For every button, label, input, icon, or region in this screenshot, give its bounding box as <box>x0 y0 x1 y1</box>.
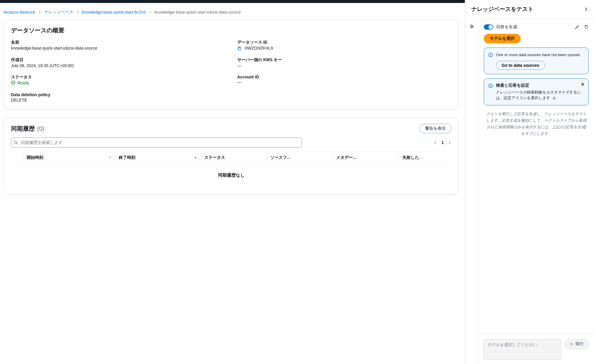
svg-point-4 <box>472 26 473 27</box>
copy-all-icon[interactable] <box>584 25 589 29</box>
show-warnings-button[interactable]: 警告を表示 <box>419 124 451 133</box>
copy-icon[interactable] <box>237 46 242 51</box>
sync-history-title: 同期履歴 (0) <box>11 125 44 133</box>
label-created: 作成日 <box>11 57 225 63</box>
label-datasource-id: データソース ID <box>237 40 452 45</box>
chevron-right-icon <box>149 11 152 14</box>
sync-title-text: 同期履歴 <box>11 125 35 133</box>
check-circle-icon <box>11 80 15 85</box>
col-meta[interactable]: メタデー... <box>333 155 398 160</box>
play-icon <box>570 342 574 346</box>
query-input[interactable]: モデルを選択してください <box>483 339 561 360</box>
label-kms: サーバー側の KMS キー <box>237 57 452 63</box>
brush-icon[interactable] <box>575 25 579 29</box>
svg-point-11 <box>490 85 491 85</box>
collapse-panel-button[interactable] <box>584 7 588 11</box>
generate-response-label: 回答を生成 <box>496 24 517 30</box>
sync-history-card: 同期履歴 (0) 警告を表示 1 <box>4 117 459 194</box>
sync-search-box[interactable] <box>11 137 302 148</box>
breadcrumb-knowledge-bases[interactable]: ナレッジベース <box>44 10 73 15</box>
breadcrumb-current: knowledge-base-quick-start-iobzw-data-so… <box>155 10 241 15</box>
page-prev-button[interactable] <box>434 141 437 144</box>
run-button[interactable]: 実行 <box>564 339 589 349</box>
col-status[interactable]: ステータス <box>201 155 266 160</box>
label-status: ステータス <box>11 75 225 80</box>
go-to-datasources-button[interactable]: Go to data sources <box>496 61 545 70</box>
breadcrumb-bedrock[interactable]: Amazon Bedrock <box>4 10 35 15</box>
value-account-id: — <box>237 80 452 85</box>
sync-count: (0) <box>37 125 44 132</box>
pagination: 1 <box>434 140 451 145</box>
svg-point-2 <box>14 141 17 143</box>
test-panel: ナレッジベースをテスト 回答を生成 <box>465 0 594 364</box>
sort-desc-icon <box>194 156 197 159</box>
label-account-id: Account ID <box>237 75 452 79</box>
configure-title: 検索と応答を設定 <box>496 83 584 88</box>
chevron-right-icon <box>76 11 79 14</box>
svg-rect-6 <box>585 26 588 28</box>
configure-search-box: 検索と応答を設定 ナレッジベースの検索戦略をカスタマイズするには、設定アイコンを… <box>484 78 589 105</box>
test-hint: クエリを実行して応答を生成し、ナレッジベースをテストします。応答生成を無効にして… <box>486 111 587 137</box>
search-icon <box>14 140 18 145</box>
datasource-overview-card: データソースの概要 名前 knowledge-base-quick-start-… <box>4 20 459 110</box>
status-badge: Ready <box>11 80 29 85</box>
generate-response-toggle[interactable] <box>484 24 493 30</box>
svg-rect-9 <box>490 55 491 56</box>
svg-point-3 <box>470 25 471 26</box>
value-name: knowledge-base-quick-start-iobzw-data-so… <box>11 46 225 50</box>
page-next-button[interactable] <box>448 141 451 144</box>
page-number: 1 <box>441 140 444 145</box>
sync-warning-text: One or more data sources have not been s… <box>496 52 584 58</box>
value-kms: — <box>237 63 452 68</box>
col-source[interactable]: ソースフ... <box>267 155 332 160</box>
sort-icon <box>108 156 111 159</box>
col-start[interactable]: 開始時刻 <box>27 155 43 160</box>
close-icon[interactable] <box>581 82 585 86</box>
col-end[interactable]: 終了時刻 <box>119 155 135 160</box>
label-deletion-policy: Data deletion policy <box>11 92 225 97</box>
svg-point-8 <box>490 54 491 54</box>
svg-rect-12 <box>490 86 491 87</box>
test-panel-title: ナレッジベースをテスト <box>471 5 533 13</box>
chevron-right-icon <box>38 11 41 14</box>
breadcrumb: Amazon Bedrock ナレッジベース knowledge-base-qu… <box>4 5 459 20</box>
configure-body: ナレッジベースの検索戦略をカスタマイズするには、設定アイコンを選択します <box>496 90 581 100</box>
run-button-label: 実行 <box>575 341 584 347</box>
svg-point-5 <box>471 27 472 28</box>
status-text: Ready <box>17 80 29 85</box>
sync-table-header: 開始時刻 終了時刻 ステータス ソースフ... メタデー... <box>11 152 451 164</box>
sync-warning-box: One or more data sources have not been s… <box>484 48 589 74</box>
info-icon <box>488 53 493 70</box>
overview-title: データソースの概要 <box>11 26 451 34</box>
value-deletion-policy: DELETE <box>11 98 225 102</box>
settings-icon[interactable] <box>470 24 474 29</box>
info-icon <box>488 83 493 101</box>
value-created: July 08, 2024, 18:35 (UTC+09:00) <box>11 63 225 68</box>
sync-search-input[interactable] <box>20 140 299 145</box>
select-model-button[interactable]: モデルを選択 <box>484 34 521 43</box>
value-datasource-id: HWZOHZFHL9 <box>244 46 273 50</box>
sync-empty-state: 同期履歴なし <box>11 164 451 187</box>
breadcrumb-knowledge-base-id[interactable]: knowledge-base-quick-start-6c2n9 <box>82 10 146 15</box>
col-failed[interactable]: 失敗した. <box>399 155 451 160</box>
label-name: 名前 <box>11 40 225 45</box>
svg-rect-0 <box>238 48 241 50</box>
settings-inline-icon <box>552 97 556 100</box>
